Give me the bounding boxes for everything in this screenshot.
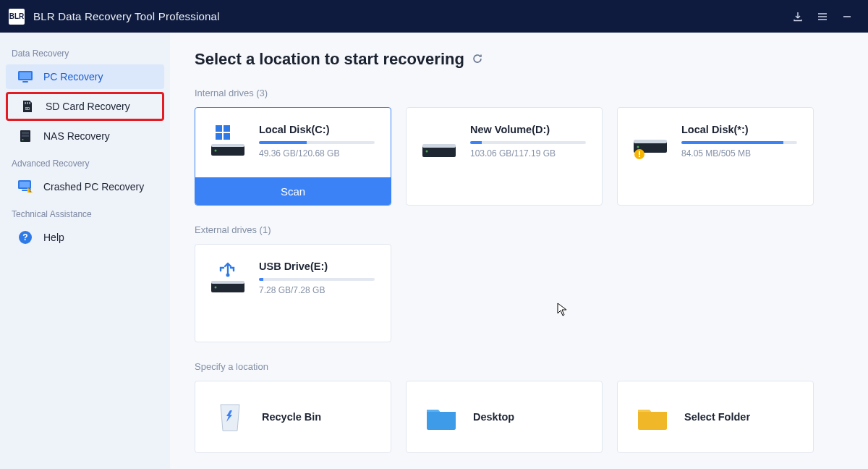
svg-rect-32	[639, 151, 640, 155]
folder-icon	[635, 400, 670, 434]
drive-size: 7.28 GB/7.28 GB	[259, 285, 375, 295]
svg-rect-29	[634, 140, 667, 143]
sidebar-group-label: Data Recovery	[0, 40, 170, 63]
location-select-folder[interactable]: Select Folder	[617, 381, 814, 453]
svg-rect-33	[639, 156, 640, 157]
drive-usage-bar	[259, 141, 375, 144]
location-name: Recycle Bin	[262, 411, 321, 423]
app-title: BLR Data Recovery Tool Professional	[33, 10, 220, 22]
svg-point-24	[215, 150, 217, 152]
location-recycle-bin[interactable]: Recycle Bin	[195, 381, 391, 453]
sidebar-item-label: Help	[43, 232, 64, 243]
sidebar-item-label: NAS Recovery	[43, 130, 110, 142]
svg-rect-21	[224, 133, 230, 140]
svg-rect-26	[422, 144, 456, 148]
location-desktop[interactable]: Desktop	[406, 381, 603, 453]
drive-usage-bar	[259, 278, 375, 281]
drive-name: USB Drive(E:)	[259, 261, 375, 272]
page-title-text: Select a location to start recovering	[195, 50, 464, 69]
svg-point-37	[215, 287, 217, 289]
drive-name: Local Disk(*:)	[681, 124, 797, 135]
page-title: Select a location to start recovering	[195, 50, 843, 69]
sidebar-item-label: PC Recovery	[43, 71, 103, 83]
svg-rect-1	[20, 72, 31, 79]
menu-icon[interactable]	[810, 4, 835, 29]
specify-location-label: Specify a location	[195, 361, 843, 372]
drive-name: New Volume(D:)	[470, 124, 586, 135]
app-logo: BLR	[9, 9, 25, 25]
sidebar-item-label: SD Card Recovery	[46, 101, 130, 112]
windows-drive-icon	[210, 124, 246, 160]
svg-rect-5	[29, 102, 30, 104]
usb-drive-icon	[210, 261, 246, 297]
location-name: Select Folder	[684, 411, 750, 423]
svg-rect-18	[216, 125, 222, 132]
svg-rect-23	[211, 144, 244, 147]
drive-card-new-volume-d[interactable]: New Volume(D:) 103.06 GB/117.19 GB	[406, 107, 603, 206]
internal-drives-label: Internal drives (3)	[195, 88, 843, 98]
svg-rect-4	[27, 102, 28, 104]
crashed-pc-icon	[17, 180, 33, 193]
svg-point-30	[637, 146, 639, 148]
svg-rect-2	[22, 81, 28, 83]
sidebar: Data Recovery PC Recovery SD SD Card Rec…	[0, 33, 170, 469]
drive-name: Local Disk(C:)	[259, 124, 375, 135]
svg-rect-14	[30, 189, 30, 191]
refresh-icon[interactable]	[472, 53, 485, 66]
svg-point-34	[226, 274, 230, 277]
drive-usage-bar	[470, 141, 586, 144]
svg-point-27	[426, 151, 428, 153]
drive-usage-bar	[681, 141, 797, 144]
location-name: Desktop	[473, 411, 514, 423]
svg-rect-3	[25, 102, 26, 104]
minimize-icon[interactable]	[835, 4, 859, 29]
sidebar-item-label: Crashed PC Recovery	[43, 181, 144, 193]
svg-text:?: ?	[22, 232, 27, 242]
svg-rect-8	[22, 132, 29, 134]
drive-card-local-star[interactable]: Local Disk(*:) 84.05 MB/505 MB	[617, 107, 814, 206]
help-icon: ?	[17, 231, 33, 244]
sidebar-item-pc-recovery[interactable]: PC Recovery	[6, 64, 164, 89]
sidebar-item-sd-card-recovery[interactable]: SD SD Card Recovery	[6, 92, 164, 121]
drive-icon	[421, 124, 457, 160]
drive-warning-icon	[632, 124, 668, 160]
scan-button[interactable]: Scan	[195, 177, 391, 205]
svg-rect-36	[211, 281, 244, 284]
sidebar-item-help[interactable]: ? Help	[6, 225, 164, 250]
sidebar-group-label: Technical Assistance	[0, 200, 170, 224]
nas-icon	[17, 130, 33, 143]
svg-point-10	[22, 139, 24, 140]
svg-rect-15	[30, 191, 30, 192]
desktop-folder-icon	[424, 400, 459, 434]
svg-rect-9	[22, 135, 29, 137]
svg-rect-13	[22, 190, 27, 191]
drive-card-local-c[interactable]: Local Disk(C:) 49.36 GB/120.68 GB Scan	[195, 107, 391, 206]
recycle-bin-icon	[213, 400, 247, 434]
monitor-icon	[17, 70, 33, 83]
drive-card-usb-e[interactable]: USB Drive(E:) 7.28 GB/7.28 GB	[195, 244, 391, 342]
sd-card-icon: SD	[20, 100, 35, 113]
external-drives-label: External drives (1)	[195, 224, 843, 235]
svg-rect-19	[224, 125, 230, 132]
svg-rect-12	[20, 182, 30, 187]
download-icon[interactable]	[786, 4, 810, 29]
sidebar-item-nas-recovery[interactable]: NAS Recovery	[6, 124, 164, 148]
sidebar-group-label: Advanced Recovery	[0, 150, 170, 173]
main-content: Select a location to start recovering In…	[170, 33, 868, 469]
drive-size: 84.05 MB/505 MB	[681, 148, 797, 159]
titlebar: BLR BLR Data Recovery Tool Professional	[0, 0, 868, 33]
drive-size: 49.36 GB/120.68 GB	[259, 148, 375, 159]
sidebar-item-crashed-pc-recovery[interactable]: Crashed PC Recovery	[6, 174, 164, 199]
svg-text:SD: SD	[25, 106, 30, 111]
drive-size: 103.06 GB/117.19 GB	[470, 148, 586, 159]
svg-rect-20	[216, 133, 222, 140]
